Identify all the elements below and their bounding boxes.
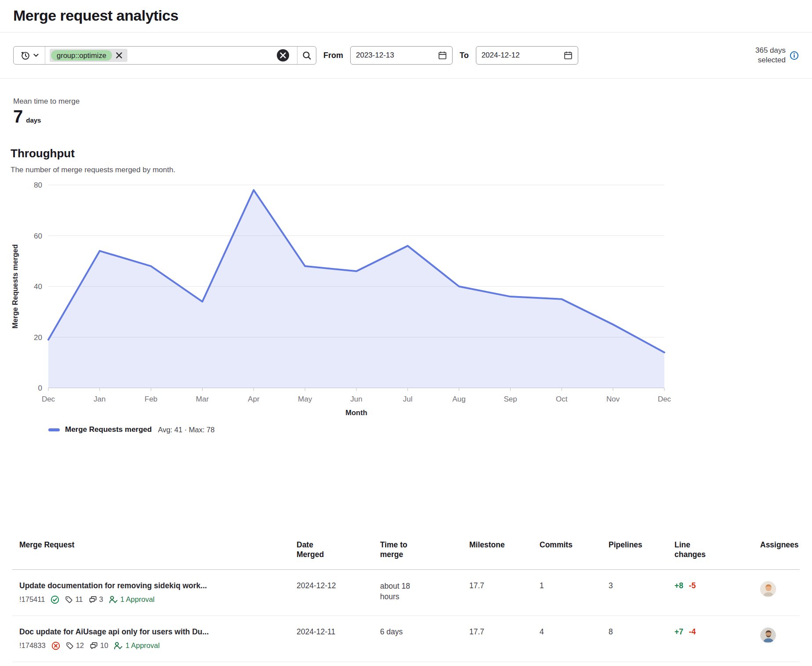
time-to-merge: 6 days <box>380 616 469 662</box>
mr-id: !174833 <box>19 641 46 650</box>
filtered-search-box[interactable]: group::optimize <box>13 46 316 65</box>
tag-icon <box>66 642 74 650</box>
history-icon <box>20 51 30 61</box>
line-changes: +7 -4 <box>674 616 760 662</box>
svg-text:Jun: Jun <box>350 395 362 403</box>
svg-text:0: 0 <box>38 384 42 392</box>
additions: +7 <box>674 627 683 636</box>
col-pipelines: Pipelines <box>609 534 674 569</box>
from-label: From <box>323 51 343 60</box>
svg-text:20: 20 <box>34 333 42 342</box>
date-merged: 2024-12-11 <box>297 616 380 662</box>
chevron-down-icon <box>33 54 39 57</box>
legend-stats: Avg: 41 · Max: 78 <box>158 426 214 434</box>
col-merge-request: Merge Request <box>12 534 297 569</box>
comments-count: 3 <box>89 595 103 604</box>
col-line-changes: Line changes <box>674 534 760 569</box>
merge-request-table: Merge Request Date Merged Time to merge … <box>12 534 800 662</box>
svg-text:Merge Requests merged: Merge Requests merged <box>11 244 19 329</box>
labels-count: 11 <box>65 595 83 604</box>
throughput-chart: 020406080DecJanFebMarAprMayJunJulAugSepO… <box>0 177 812 435</box>
col-assignees: Assignees <box>760 534 802 569</box>
search-history-button[interactable] <box>14 47 45 64</box>
approvals: 1 Approval <box>114 641 160 650</box>
additions: +8 <box>674 581 683 590</box>
clear-circle-icon <box>280 52 286 58</box>
days-selected-text: 365 days selected <box>743 46 786 65</box>
table-row: Update documentation for removing sideki… <box>12 570 800 616</box>
filter-token-area[interactable]: group::optimize <box>45 47 297 64</box>
filter-token-label[interactable]: group::optimize <box>51 50 112 61</box>
page-header: Merge request analytics <box>0 0 812 33</box>
calendar-icon[interactable] <box>564 51 573 60</box>
svg-text:80: 80 <box>34 181 42 189</box>
search-submit-button[interactable] <box>297 47 316 64</box>
svg-text:Jul: Jul <box>403 395 413 403</box>
milestone: 17.7 <box>469 616 540 662</box>
mr-title-link[interactable]: Doc update for AiUsage api only for user… <box>19 627 293 637</box>
filter-bar: group::optimize F <box>0 33 812 79</box>
commits: 4 <box>540 616 609 662</box>
from-date-input[interactable]: 2023-12-13 <box>350 46 453 65</box>
assignee-avatar[interactable] <box>760 581 776 597</box>
throughput-heading: Throughput <box>11 147 799 160</box>
col-time-to-merge: Time to merge <box>380 534 469 569</box>
svg-text:60: 60 <box>34 232 42 240</box>
calendar-icon[interactable] <box>438 51 447 60</box>
comments-icon <box>90 641 98 650</box>
legend-swatch <box>48 428 60 431</box>
metric-unit: days <box>26 116 41 124</box>
from-date-value: 2023-12-13 <box>356 51 438 60</box>
mr-id: !175411 <box>19 595 45 604</box>
throughput-description: The number of merge requests merged by m… <box>11 166 799 174</box>
user-check-icon <box>109 595 118 604</box>
pipelines: 3 <box>609 570 674 615</box>
labels-count: 12 <box>66 641 84 650</box>
line-changes: +8 -5 <box>674 570 760 615</box>
deletions: -5 <box>689 581 696 590</box>
svg-text:Oct: Oct <box>556 395 568 403</box>
approvals: 1 Approval <box>109 595 155 604</box>
svg-text:Mar: Mar <box>196 395 209 403</box>
svg-text:Aug: Aug <box>453 395 466 403</box>
mr-title-link[interactable]: Update documentation for removing sideki… <box>19 581 293 590</box>
date-merged: 2024-12-12 <box>297 570 380 615</box>
user-check-icon <box>114 641 123 650</box>
token-remove-button[interactable] <box>112 52 126 58</box>
col-date-merged: Date Merged <box>297 534 380 569</box>
assignee-avatar[interactable] <box>760 627 776 643</box>
clear-search-button[interactable] <box>277 49 289 62</box>
metric-value: 7 <box>13 107 23 127</box>
svg-text:Jan: Jan <box>94 395 105 403</box>
svg-text:Nov: Nov <box>606 395 620 403</box>
check-circle-icon <box>51 595 59 604</box>
comments-count: 10 <box>90 641 108 650</box>
table-row: Doc update for AiUsage api only for user… <box>12 616 800 662</box>
svg-text:Month: Month <box>345 409 367 416</box>
search-icon <box>302 51 312 60</box>
days-selected: 365 days selected <box>743 46 799 65</box>
svg-text:Sep: Sep <box>504 395 517 403</box>
col-commits: Commits <box>540 534 609 569</box>
svg-text:Dec: Dec <box>42 395 55 403</box>
commits: 1 <box>540 570 609 615</box>
milestone: 17.7 <box>469 570 540 615</box>
throughput-chart-svg: 020406080DecJanFebMarAprMayJunJulAugSepO… <box>0 177 812 423</box>
page-title: Merge request analytics <box>13 7 799 24</box>
tag-icon <box>65 596 73 604</box>
metric-label: Mean time to merge <box>13 97 799 106</box>
svg-text:Dec: Dec <box>658 395 671 403</box>
pipelines: 8 <box>609 616 674 662</box>
filter-token[interactable]: group::optimize <box>50 49 127 62</box>
to-label: To <box>460 51 469 60</box>
info-icon[interactable] <box>790 51 799 60</box>
to-date-input[interactable]: 2024-12-12 <box>476 46 578 65</box>
close-icon <box>116 52 122 58</box>
svg-text:40: 40 <box>34 282 42 291</box>
comments-icon <box>89 595 97 604</box>
deletions: -4 <box>689 627 696 636</box>
to-date-value: 2024-12-12 <box>482 51 564 60</box>
mean-time-to-merge-metric: Mean time to merge 7 days <box>0 79 812 127</box>
time-to-merge: about 18 hours <box>380 570 469 615</box>
svg-text:May: May <box>298 395 312 403</box>
